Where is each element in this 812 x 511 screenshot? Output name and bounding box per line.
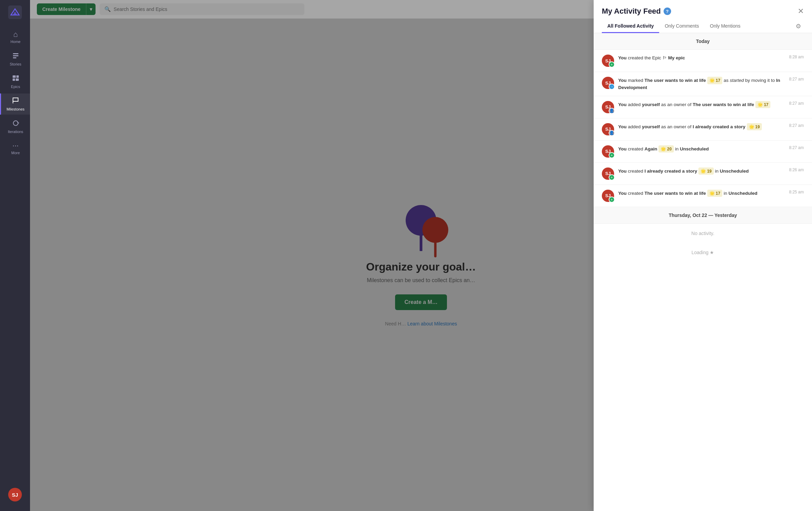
feed-time: 8:26 am — [785, 167, 804, 172]
gear-icon[interactable]: ⚙ — [793, 20, 804, 33]
sidebar-bottom: SJ — [8, 488, 22, 507]
sidebar-item-home[interactable]: ⌂ Home — [0, 27, 30, 47]
svg-rect-3 — [13, 57, 16, 58]
more-icon: ··· — [12, 142, 18, 149]
sidebar-label-milestones: Milestones — [6, 107, 25, 111]
feed-badge-plus: + — [609, 174, 615, 180]
tab-only-mentions[interactable]: Only Mentions — [705, 20, 746, 33]
sidebar-label-stories: Stories — [10, 62, 21, 66]
feed-time: 8:27 am — [785, 101, 804, 106]
svg-rect-4 — [13, 75, 16, 78]
app-logo[interactable] — [7, 4, 23, 20]
feed-text: You created The user wants to win at lif… — [618, 190, 757, 197]
feed-body: You created I already created a story 🌟 … — [618, 167, 804, 175]
feed-item-row: You created The user wants to win at lif… — [618, 190, 804, 197]
feed-item-row: You added yourself as an owner of The us… — [618, 101, 804, 108]
feed-time: 8:27 am — [785, 123, 804, 128]
sidebar-label-home: Home — [11, 40, 20, 44]
feed-body: You created Again 🌟 20 in Unscheduled 8:… — [618, 145, 804, 153]
tab-all-activity[interactable]: All Followed Activity — [602, 20, 659, 33]
feed-time: 8:28 am — [785, 55, 804, 59]
stories-icon — [12, 52, 19, 61]
sidebar-item-stories[interactable]: Stories — [0, 48, 30, 70]
panel-header: My Activity Feed ? ✕ — [594, 0, 812, 16]
loading-text: Loading — [692, 250, 709, 255]
feed-avatar-wrap: SJ → — [602, 77, 614, 89]
feed-item: SJ + You created I already created a sto… — [594, 163, 812, 185]
feed-badge-plus: + — [609, 196, 615, 203]
feed-avatar-wrap: SJ + — [602, 167, 614, 180]
feed-item: SJ + You created Again 🌟 20 in Unschedul… — [594, 141, 812, 163]
feed-text: You created I already created a story 🌟 … — [618, 167, 749, 175]
feed-text: You created Again 🌟 20 in Unscheduled — [618, 145, 709, 153]
help-icon[interactable]: ? — [664, 8, 671, 15]
story-badge: 🌟 17 — [755, 101, 770, 108]
story-badge: 🌟 17 — [707, 77, 722, 84]
no-activity-text: No activity. — [691, 231, 714, 236]
user-avatar[interactable]: SJ — [8, 488, 22, 501]
feed-item: SJ + You created The user wants to win a… — [594, 185, 812, 207]
panel-title: My Activity Feed ? — [602, 7, 671, 16]
feed-text: You marked The user wants to win at life… — [618, 77, 785, 91]
feed-item-row: You created the Epic 🏳 My epic 8:28 am — [618, 55, 804, 61]
feed-badge-plus: + — [609, 61, 615, 68]
activity-panel: My Activity Feed ? ✕ All Followed Activi… — [594, 0, 812, 511]
svg-rect-1 — [13, 53, 18, 54]
feed-section-today: Today — [594, 33, 812, 50]
feed-text: You added yourself as an owner of I alre… — [618, 123, 762, 131]
feed-body: You marked The user wants to win at life… — [618, 77, 804, 91]
feed-time: 8:27 am — [785, 77, 804, 82]
sidebar-label-iterations: Iterations — [8, 130, 23, 134]
no-activity: No activity. — [594, 224, 812, 243]
sidebar-item-iterations[interactable]: Iterations — [0, 116, 30, 137]
feed-item-row: You created I already created a story 🌟 … — [618, 167, 804, 175]
milestones-icon — [12, 97, 19, 106]
feed-item: SJ → You marked The user wants to win at… — [594, 72, 812, 96]
feed-item-row: You added yourself as an owner of I alre… — [618, 123, 804, 131]
story-badge: 🌟 20 — [658, 145, 673, 153]
svg-rect-6 — [13, 78, 15, 81]
feed-item: SJ 👤 You added yourself as an owner of T… — [594, 96, 812, 118]
home-icon: ⌂ — [13, 31, 18, 38]
feed-section-yesterday: Thursday, Oct 22 — Yesterday — [594, 207, 812, 224]
loading-star-icon: ★ — [710, 250, 714, 255]
panel-title-text: My Activity Feed — [602, 7, 661, 16]
feed-badge-plus: + — [609, 152, 615, 158]
panel-tabs: All Followed Activity Only Comments Only… — [594, 20, 812, 33]
sidebar-item-epics[interactable]: Epics — [0, 71, 30, 92]
sidebar-label-epics: Epics — [11, 85, 20, 89]
sidebar-nav: ⌂ Home Stories Epics Milestones Iterat — [0, 27, 30, 488]
panel-close-button[interactable]: ✕ — [798, 7, 804, 16]
svg-rect-7 — [16, 78, 19, 81]
sidebar-item-milestones[interactable]: Milestones — [0, 93, 30, 115]
feed-time: 8:25 am — [785, 190, 804, 194]
feed-avatar-wrap: SJ + — [602, 145, 614, 158]
feed-body: You added yourself as an owner of I alre… — [618, 123, 804, 131]
feed-body: You created The user wants to win at lif… — [618, 190, 804, 197]
feed-body: You created the Epic 🏳 My epic 8:28 am — [618, 55, 804, 61]
svg-rect-5 — [16, 75, 19, 78]
sidebar-item-more[interactable]: ··· More — [0, 138, 30, 158]
story-badge: 🌟 19 — [747, 123, 762, 131]
feed-text: You added yourself as an owner of The us… — [618, 101, 770, 108]
tab-only-comments[interactable]: Only Comments — [659, 20, 704, 33]
sidebar-label-more: More — [11, 151, 20, 155]
feed-body: You added yourself as an owner of The us… — [618, 101, 804, 108]
epics-icon — [12, 74, 19, 83]
feed-item: SJ 👤 You added yourself as an owner of I… — [594, 118, 812, 141]
svg-rect-2 — [13, 55, 18, 56]
feed-avatar-wrap: SJ 👤 — [602, 123, 614, 135]
feed-item-row: You created Again 🌟 20 in Unscheduled 8:… — [618, 145, 804, 153]
feed-avatar-wrap: SJ 👤 — [602, 101, 614, 113]
feed-item: SJ + You created the Epic 🏳 My epic 8:28… — [594, 50, 812, 72]
feed-badge-person: 👤 — [609, 130, 615, 136]
feed-content: Today SJ + You created the Epic 🏳 My epi… — [594, 33, 812, 511]
feed-avatar-wrap: SJ + — [602, 190, 614, 202]
feed-avatar-wrap: SJ + — [602, 55, 614, 67]
iterations-icon — [12, 119, 19, 128]
feed-badge-arrow: → — [609, 84, 615, 90]
feed-time: 8:27 am — [785, 145, 804, 150]
story-badge: 🌟 19 — [698, 167, 713, 175]
feed-text: You created the Epic 🏳 My epic — [618, 55, 685, 61]
sidebar: ⌂ Home Stories Epics Milestones Iterat — [0, 0, 30, 511]
